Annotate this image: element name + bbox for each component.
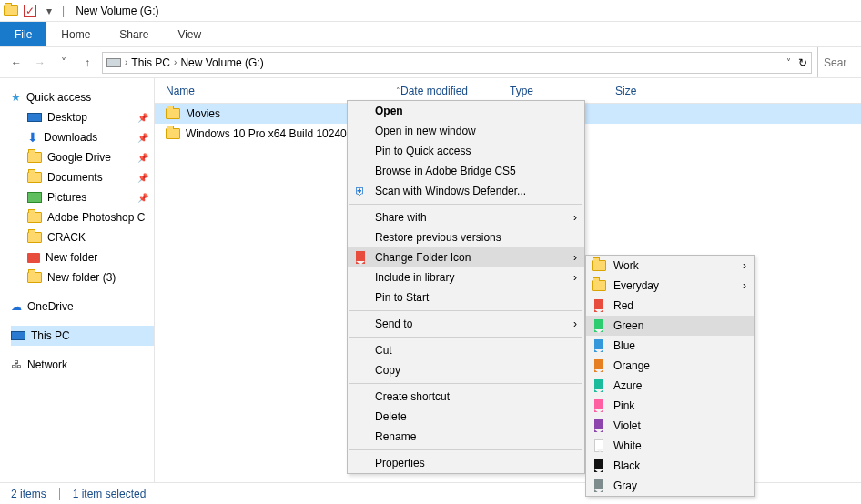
sidebar-network[interactable]: 🖧Network <box>11 355 154 375</box>
col-type[interactable]: Type <box>510 85 615 97</box>
submenu-color-red[interactable]: Red <box>586 296 754 316</box>
back-button[interactable]: ← <box>7 54 25 72</box>
submenu-color-black[interactable]: Black <box>586 456 754 476</box>
sidebar-quick-access[interactable]: ★ Quick access <box>11 87 154 107</box>
menu-copy[interactable]: Copy <box>348 360 584 380</box>
tab-share[interactable]: Share <box>105 22 163 46</box>
menu-change-folder-icon[interactable]: Change Folder Icon› <box>348 247 584 267</box>
recent-dropdown-icon[interactable]: ˅ <box>55 54 73 72</box>
chevron-right-icon: › <box>573 318 577 330</box>
menu-restore-versions[interactable]: Restore previous versions <box>348 227 584 247</box>
crumb-this-pc[interactable]: This PC <box>131 56 170 69</box>
submenu-everyday[interactable]: Everyday› <box>586 276 754 296</box>
sidebar-label: This PC <box>31 329 70 342</box>
color-label: Red <box>613 299 633 312</box>
chevron-right-icon[interactable]: › <box>174 57 177 67</box>
status-selected: 1 item selected <box>73 488 147 500</box>
sidebar-item-newfolder3[interactable]: New folder (3) <box>11 267 154 287</box>
menu-cut[interactable]: Cut <box>348 340 584 360</box>
color-swatch-icon <box>592 418 606 433</box>
tab-view[interactable]: View <box>163 22 216 46</box>
cloud-icon: ☁ <box>11 300 22 313</box>
sidebar-onedrive[interactable]: ☁OneDrive <box>11 297 154 317</box>
menu-delete[interactable]: Delete <box>348 407 584 427</box>
submenu-color-blue[interactable]: Blue <box>586 336 754 356</box>
chevron-right-icon: › <box>743 279 746 292</box>
submenu-color-gray[interactable]: Gray <box>586 476 754 496</box>
chevron-right-icon[interactable]: › <box>125 57 127 67</box>
submenu-work[interactable]: Work› <box>586 256 754 276</box>
qat-overflow-icon[interactable]: ▾ <box>42 4 56 18</box>
menu-include-library[interactable]: Include in library› <box>348 267 584 287</box>
checkbox-qat-icon[interactable]: ✓ <box>24 5 36 17</box>
pin-icon: 📌 <box>137 113 148 123</box>
sidebar-item-label: Documents <box>47 171 103 184</box>
menu-rename[interactable]: Rename <box>348 427 584 447</box>
folder-icon <box>166 108 180 119</box>
crumb-volume[interactable]: New Volume (G:) <box>180 56 263 69</box>
menu-send-to[interactable]: Send to› <box>348 314 584 334</box>
bookmark-icon <box>353 250 368 265</box>
color-label: White <box>613 439 642 452</box>
sidebar-item-gdrive[interactable]: Google Drive📌 <box>11 147 154 167</box>
sidebar-item-photoshop[interactable]: Adobe Photoshop C <box>11 207 154 227</box>
sidebar-item-downloads[interactable]: ⬇Downloads📌 <box>11 127 154 147</box>
chevron-right-icon: › <box>573 251 577 264</box>
sidebar-item-label: Desktop <box>47 111 87 124</box>
sidebar-this-pc[interactable]: This PC <box>11 326 154 346</box>
menu-adobe-bridge[interactable]: Browse in Adobe Bridge CS5 <box>348 161 584 181</box>
sidebar-item-crack[interactable]: CRACK <box>11 227 154 247</box>
menu-defender-scan[interactable]: ⛨Scan with Windows Defender... <box>348 181 584 201</box>
red-folder-icon <box>27 253 40 263</box>
col-name[interactable]: Name˄ <box>166 85 400 97</box>
menu-properties[interactable]: Properties <box>348 453 584 473</box>
color-label: Green <box>613 319 643 332</box>
menu-open[interactable]: Open <box>348 101 584 121</box>
up-button[interactable]: ↑ <box>78 54 96 72</box>
sidebar-item-documents[interactable]: Documents📌 <box>11 167 154 187</box>
address-bar[interactable]: › This PC › New Volume (G:) ˅ ↻ <box>102 52 812 74</box>
submenu-color-green[interactable]: Green <box>586 316 754 336</box>
sidebar-item-desktop[interactable]: Desktop📌 <box>11 107 154 127</box>
separator <box>349 337 582 338</box>
refresh-button[interactable]: ↻ <box>798 56 807 69</box>
sidebar-label: Quick access <box>26 91 91 104</box>
color-submenu: Work› Everyday› RedGreenBlueOrangeAzureP… <box>585 255 755 497</box>
address-dropdown-icon[interactable]: ˅ <box>786 57 791 67</box>
search-input[interactable]: Sear <box>817 47 854 77</box>
status-count: 2 items <box>11 488 46 500</box>
menu-pin-start[interactable]: Pin to Start <box>348 287 584 307</box>
color-swatch-icon <box>592 459 606 473</box>
color-swatch-icon <box>592 338 606 353</box>
sidebar-item-pictures[interactable]: Pictures📌 <box>11 187 154 207</box>
folder-icon <box>27 232 42 243</box>
menu-open-new-window[interactable]: Open in new window <box>348 121 584 141</box>
col-size[interactable]: Size <box>615 85 688 97</box>
forward-button[interactable]: → <box>31 54 49 72</box>
submenu-color-orange[interactable]: Orange <box>586 356 754 376</box>
folder-icon <box>27 212 42 223</box>
pin-icon: 📌 <box>137 133 148 143</box>
color-label: Gray <box>613 479 637 492</box>
menu-pin-quick-access[interactable]: Pin to Quick access <box>348 141 584 161</box>
submenu-color-violet[interactable]: Violet <box>586 416 754 436</box>
tab-home[interactable]: Home <box>46 22 105 46</box>
nav-row: ← → ˅ ↑ › This PC › New Volume (G:) ˅ ↻ … <box>0 47 861 78</box>
submenu-color-white[interactable]: White <box>586 436 754 456</box>
submenu-color-azure[interactable]: Azure <box>586 376 754 396</box>
sidebar-item-newfolder[interactable]: New folder <box>11 247 154 267</box>
menu-share-with[interactable]: Share with› <box>348 207 584 227</box>
window-title: New Volume (G:) <box>76 5 158 17</box>
color-swatch-icon <box>592 298 606 313</box>
tab-file[interactable]: File <box>0 22 46 46</box>
sidebar-label: OneDrive <box>27 300 74 313</box>
separator <box>349 449 582 450</box>
download-icon: ⬇ <box>27 130 38 145</box>
col-modified[interactable]: Date modified <box>400 85 510 97</box>
divider <box>59 488 60 500</box>
submenu-color-pink[interactable]: Pink <box>586 396 754 416</box>
menu-create-shortcut[interactable]: Create shortcut <box>348 387 584 407</box>
nav-sidebar: ★ Quick access Desktop📌 ⬇Downloads📌 Goog… <box>0 78 155 482</box>
pin-icon: 📌 <box>137 153 148 163</box>
separator <box>349 310 582 311</box>
